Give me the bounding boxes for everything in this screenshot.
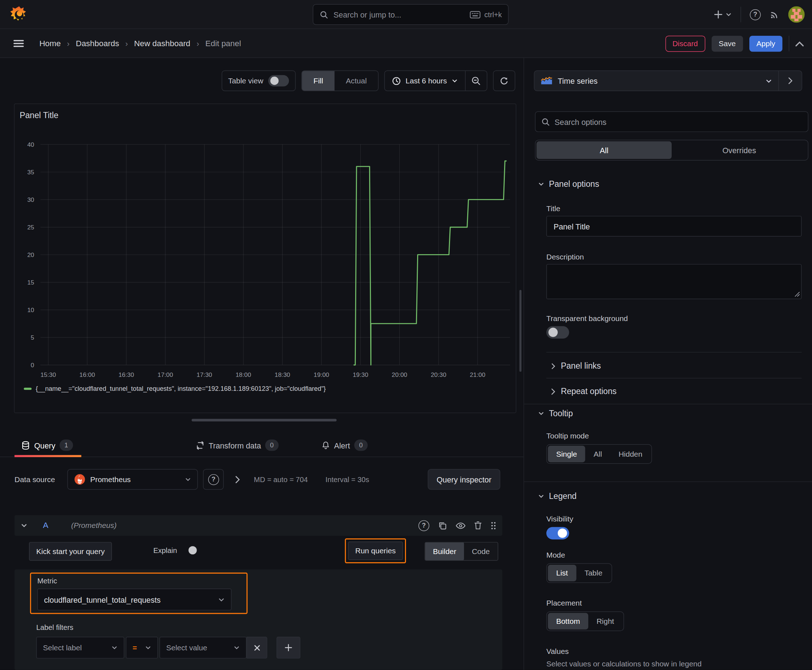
duplicate-icon[interactable]	[438, 521, 447, 530]
tab-alert-label: Alert	[334, 441, 350, 450]
panel-options-header[interactable]: Panel options	[538, 180, 599, 189]
description-textarea[interactable]	[546, 264, 802, 299]
explain-label: Explain	[153, 546, 177, 554]
breadcrumb-home[interactable]: Home	[39, 39, 61, 48]
trash-icon[interactable]	[475, 521, 481, 530]
svg-text:35: 35	[27, 169, 34, 176]
panel-options-title: Panel options	[549, 180, 599, 189]
help-button[interactable]: ?	[750, 9, 760, 20]
run-queries-button[interactable]: Run queries	[348, 541, 403, 560]
save-button[interactable]: Save	[711, 36, 743, 52]
builder-option[interactable]: Builder	[425, 543, 464, 560]
placement-bottom-option[interactable]: Bottom	[548, 613, 588, 629]
time-picker: Last 6 hours	[385, 71, 488, 91]
options-search-input[interactable]	[554, 117, 802, 126]
global-search[interactable]: ctrl+k	[313, 4, 509, 25]
fill-actual-switch: Fill Actual	[302, 71, 378, 91]
tab-query[interactable]: Query 1	[14, 434, 81, 457]
transparent-background-toggle[interactable]	[546, 326, 569, 338]
breadcrumb: Home › Dashboards › New dashboard › Edit…	[39, 29, 241, 58]
legend-visibility-toggle[interactable]	[546, 527, 569, 540]
tab-alert[interactable]: Alert 0	[315, 434, 376, 457]
visualization-label: Time series	[558, 76, 760, 85]
add-filter-button[interactable]	[276, 637, 300, 658]
panel-title-input[interactable]	[546, 216, 802, 237]
operator-dropdown[interactable]: =	[125, 637, 158, 658]
chevron-down-icon	[538, 493, 544, 499]
repeat-options-section[interactable]: Repeat options	[551, 382, 617, 401]
svg-text:17:30: 17:30	[197, 371, 212, 378]
chevron-down-icon[interactable]	[21, 522, 27, 529]
placement-right-option[interactable]: Right	[588, 613, 622, 629]
label-filters-label: Label filters	[36, 623, 73, 631]
query-card-header[interactable]: A (Prometheus) ?	[14, 515, 502, 536]
remove-filter-button[interactable]	[246, 637, 267, 658]
tooltip-hidden-option[interactable]: Hidden	[610, 446, 651, 462]
datasource-help-button[interactable]: ?	[203, 469, 224, 490]
metric-select[interactable]: cloudflared_tunnel_total_requests	[37, 589, 231, 611]
search-input[interactable]	[333, 10, 464, 19]
collapse-pane-icon[interactable]	[795, 41, 804, 47]
legend-table-option[interactable]: Table	[576, 565, 610, 581]
tab-overrides[interactable]: Overrides	[672, 141, 807, 159]
help-icon: ?	[208, 474, 219, 485]
panel-links-section[interactable]: Panel links	[551, 357, 601, 376]
tooltip-mode-switch: Single All Hidden	[546, 444, 652, 464]
repeat-options-label: Repeat options	[561, 387, 617, 396]
news-button[interactable]	[770, 10, 779, 19]
chevron-down-icon	[111, 645, 117, 651]
table-view-toggle[interactable]	[268, 75, 289, 86]
svg-text:25: 25	[27, 224, 34, 231]
table-view-label: Table view	[228, 76, 263, 85]
code-option[interactable]: Code	[464, 543, 498, 560]
menu-toggle-icon[interactable]	[14, 39, 24, 47]
select-label-dropdown[interactable]: Select label	[36, 637, 124, 658]
expand-viz-picker-button[interactable]	[778, 71, 802, 91]
user-avatar[interactable]	[788, 6, 805, 22]
prometheus-icon	[74, 474, 86, 485]
chevron-down-icon	[234, 645, 239, 651]
database-icon	[21, 441, 30, 450]
breadcrumb-dashboards[interactable]: Dashboards	[76, 39, 119, 48]
breadcrumb-new-dashboard[interactable]: New dashboard	[134, 39, 190, 48]
fill-option[interactable]: Fill	[302, 71, 334, 91]
transparent-background-label: Transparent background	[546, 314, 628, 323]
zoom-out-button[interactable]	[465, 71, 487, 91]
scrollbar-thumb[interactable]	[519, 290, 522, 372]
chart-legend[interactable]: {__name__="cloudflared_tunnel_total_requ…	[24, 385, 326, 392]
drag-grip-icon[interactable]	[490, 521, 496, 530]
time-range-button[interactable]: Last 6 hours	[385, 76, 465, 85]
tooltip-all-option[interactable]: All	[585, 446, 610, 462]
tooltip-header[interactable]: Tooltip	[538, 409, 573, 418]
chevron-right-icon[interactable]	[235, 475, 240, 484]
new-button[interactable]	[714, 10, 732, 19]
legend-header[interactable]: Legend	[538, 492, 577, 501]
select-value-dropdown[interactable]: Select value	[159, 637, 246, 658]
grafana-logo-icon[interactable]	[10, 6, 28, 23]
keyboard-icon	[470, 11, 480, 19]
datasource-picker[interactable]: Prometheus	[67, 469, 198, 490]
tooltip-single-option[interactable]: Single	[548, 446, 585, 462]
datasource-row: Data source Prometheus ? MD = auto = 704…	[14, 469, 508, 490]
legend-placement-label: Placement	[546, 599, 582, 607]
hide-response-icon[interactable]	[456, 522, 465, 529]
actual-option[interactable]: Actual	[334, 71, 378, 91]
title-label: Title	[546, 205, 560, 213]
apply-button[interactable]: Apply	[749, 36, 783, 52]
options-search[interactable]	[535, 111, 809, 132]
tab-all[interactable]: All	[536, 141, 672, 159]
chart-panel[interactable]: Panel Title 051015202530354015:3016:0016…	[14, 103, 516, 413]
query-help-icon[interactable]: ?	[419, 520, 429, 531]
visualization-select[interactable]: Time series	[534, 71, 778, 91]
svg-text:20:00: 20:00	[392, 371, 407, 378]
pane-resize-handle[interactable]	[192, 419, 337, 421]
help-icon: ?	[750, 9, 760, 20]
zoom-out-icon	[471, 76, 481, 86]
discard-button[interactable]: Discard	[665, 36, 705, 52]
query-ref-id[interactable]: A	[43, 521, 48, 530]
kick-start-button[interactable]: Kick start your query	[29, 542, 112, 560]
refresh-button[interactable]	[493, 71, 515, 91]
legend-list-option[interactable]: List	[548, 565, 576, 581]
tab-transform-data[interactable]: Transform data 0	[189, 434, 287, 457]
query-inspector-button[interactable]: Query inspector	[428, 469, 500, 490]
